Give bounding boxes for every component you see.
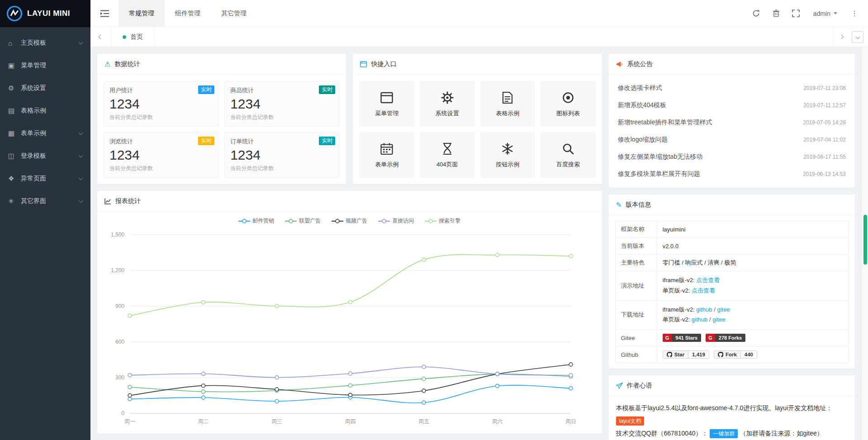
announcement-item[interactable]: 新增treetable插件和菜单管理样式2019-07-05 14:28: [617, 114, 847, 131]
svg-text:周六: 周六: [492, 418, 503, 425]
version-row-label: Gitee: [615, 330, 657, 346]
legend-marker-icon: [238, 218, 250, 224]
page-tabbar: 首页: [90, 27, 868, 47]
page-tab[interactable]: 首页: [111, 27, 155, 47]
legend-item[interactable]: 直接访问: [378, 217, 414, 225]
quick-entry-item[interactable]: 表单示例: [359, 132, 414, 178]
sidebar-item[interactable]: ▦表单示例: [0, 122, 90, 145]
refresh-button[interactable]: [746, 0, 766, 27]
gitee-badge[interactable]: G278 Forks: [706, 334, 745, 342]
scrollbar-track[interactable]: [862, 47, 868, 440]
stat-card-desc: 当前分类总记录数: [230, 165, 334, 172]
sidebar-item[interactable]: ⚙系统设置: [0, 77, 90, 99]
chevron-down-icon: [855, 35, 860, 39]
gears-icon: [441, 90, 454, 105]
legend-item[interactable]: 联盟广告: [285, 217, 321, 225]
legend-item[interactable]: 视频广告: [332, 217, 367, 225]
join-qq-group-badge[interactable]: 一键加群: [710, 429, 738, 438]
sidebar-item[interactable]: ✳其它界面: [0, 190, 90, 213]
quick-entry-label: 按钮示例: [496, 161, 519, 169]
github-badge[interactable]: Fork440: [714, 350, 757, 359]
stat-card-value: 1234: [109, 95, 213, 113]
hourglass-icon: [441, 141, 453, 156]
page-tab-label: 首页: [130, 33, 143, 41]
svg-text:300: 300: [115, 374, 124, 381]
legend-label: 联盟广告: [299, 217, 321, 225]
tab-scroll-right-button[interactable]: [833, 27, 850, 47]
quick-entry-item[interactable]: 菜单管理: [359, 81, 414, 127]
quick-entry-item[interactable]: 百度搜索: [541, 132, 596, 178]
legend-label: 视频广告: [346, 217, 367, 225]
sidebar-item-label: 表单示例: [21, 129, 79, 137]
header-tab[interactable]: 组件管理: [165, 0, 211, 27]
external-link[interactable]: gitee: [717, 306, 730, 313]
sidebar-item[interactable]: ▤表格示例: [0, 99, 90, 122]
tab-scroll-left-button[interactable]: [90, 27, 111, 47]
announcement-text: 修复左侧菜单缩放tab无法移动: [618, 153, 702, 161]
announcement-item[interactable]: 修复左侧菜单缩放tab无法移动2019-06-17 11:55: [617, 148, 847, 166]
tab-active-dot-icon: [123, 35, 126, 39]
legend-marker-icon: [285, 218, 297, 224]
quick-entry-item[interactable]: 系统设置: [420, 81, 475, 127]
sidebar-item[interactable]: ❖异常页面: [0, 167, 90, 190]
tabbar-spacer: [155, 27, 833, 47]
snowflake-icon: [501, 141, 514, 156]
quick-entry-item[interactable]: 表格示例: [480, 81, 536, 127]
brand[interactable]: LAYUI MINI: [0, 0, 90, 27]
external-link[interactable]: github: [696, 306, 712, 313]
sidebar-toggle-button[interactable]: [90, 0, 119, 27]
main-content: ⚠ 数据统计 用户统计1234当前分类总记录数实时商品统计1234当前分类总记录…: [90, 47, 862, 440]
announcement-item[interactable]: 修改选项卡样式2019-07-11 23:06: [617, 80, 847, 97]
sidebar-item-label: 登录模板: [21, 152, 79, 160]
svg-text:1,500: 1,500: [111, 232, 124, 238]
quick-entry-label: 菜单管理: [375, 109, 398, 118]
stat-card-value: 1234: [230, 147, 334, 164]
header-nav: 常规管理组件管理其它管理: [119, 0, 257, 27]
sidebar-item[interactable]: ◫登录模板: [0, 145, 90, 167]
legend-item[interactable]: 邮件营销: [238, 217, 274, 225]
version-row: 下载地址iframe版-v2: github / gitee单页版-v2: gi…: [615, 300, 848, 330]
announcement-item[interactable]: 新增系统404模板2019-07-11 12:57: [617, 97, 847, 114]
external-link[interactable]: 点击查看: [696, 277, 720, 284]
layui-doc-badge[interactable]: layui文档: [616, 416, 645, 426]
legend-label: 邮件营销: [252, 217, 274, 225]
sidebar-item-label: 其它界面: [21, 197, 79, 205]
github-icon: [667, 352, 672, 357]
gitee-badge[interactable]: G941 Stars: [663, 334, 702, 342]
realtime-badge: 实时: [319, 137, 335, 145]
trash-icon: [773, 9, 780, 17]
panel-title: 快捷入口: [371, 60, 396, 68]
header-tab[interactable]: 其它管理: [211, 0, 257, 27]
announcement-item[interactable]: 修改logo缩放问题2019-07-04 11:02: [617, 131, 847, 148]
clear-cache-button[interactable]: [766, 0, 786, 27]
external-link[interactable]: gitee: [712, 316, 725, 323]
panel-header: ⚠ 数据统计: [97, 54, 346, 75]
calendar-icon: [380, 141, 393, 156]
tab-options-button[interactable]: [852, 31, 863, 43]
legend-item[interactable]: 搜索引擎: [425, 217, 460, 225]
sidebar-item[interactable]: ⌂主页模板: [0, 32, 90, 54]
fullscreen-button[interactable]: [786, 0, 806, 27]
panel-title: 报表统计: [115, 197, 141, 205]
legend-marker-icon: [425, 218, 436, 224]
quick-entry-item[interactable]: 图标列表: [541, 81, 596, 127]
external-link[interactable]: 点击查看: [692, 287, 715, 294]
github-badge-count: 440: [740, 351, 757, 358]
quick-entry-item[interactable]: 404页面: [420, 132, 475, 178]
header-actions: admin ⋮: [746, 0, 868, 27]
header-tab[interactable]: 常规管理: [119, 0, 165, 27]
svg-text:周五: 周五: [418, 418, 429, 425]
sidebar-item[interactable]: ▣菜单管理: [0, 54, 90, 77]
user-menu[interactable]: admin: [806, 10, 844, 17]
quick-entry-item[interactable]: 按钮示例: [480, 132, 536, 178]
scrollbar-thumb[interactable]: [863, 215, 867, 265]
more-menu-button[interactable]: ⋮: [844, 0, 864, 27]
version-row-label: 当前版本: [615, 238, 657, 255]
announcement-item[interactable]: 修复多模块菜单栏展开有问题2019-06-13 14:53: [617, 166, 847, 183]
github-badge[interactable]: Star1,419: [663, 350, 709, 359]
stat-card-title: 商品统计: [230, 86, 334, 95]
author-line-1: 本模板基于layui2.5.4以及font-awesome-4.7.0进行实现。…: [616, 402, 848, 414]
external-link[interactable]: github: [692, 316, 707, 323]
panel-version: ✎ 版本信息 框架名称layuimini当前版本v2.0.0主要特色零门槛 / …: [609, 194, 855, 369]
report-line-chart: 03006009001,2001,500周一周二周三周四周五周六周日: [98, 227, 589, 432]
